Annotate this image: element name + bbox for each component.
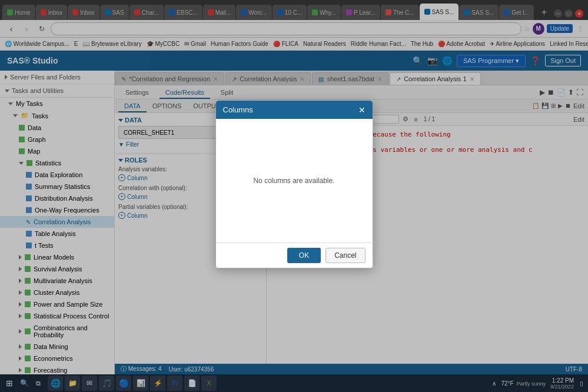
stop-button[interactable]: ⏹ (547, 88, 554, 97)
sidebar-item-spc[interactable]: Statistical Process Control (0, 310, 114, 322)
sidebar-item-cluster[interactable]: Cluster Analysis (0, 287, 114, 298)
browser-tab-home[interactable]: Home (2, 5, 35, 20)
new-code-button[interactable]: 📄 (557, 88, 566, 97)
bookmark-riddle[interactable]: Riddle Human Fact... (351, 41, 406, 47)
browser-tab-mail[interactable]: Mail... (203, 5, 236, 20)
filter-button[interactable]: ▼ Filter (118, 141, 139, 148)
bookmark-hub[interactable]: The Hub (411, 41, 433, 47)
taskbar-app-mail[interactable]: ✉ (82, 376, 97, 391)
bookmark-worldwide[interactable]: 🌐 Worldwide Campus... (5, 41, 69, 47)
taskbar-app-word[interactable]: W (167, 376, 182, 391)
sidebar-item-combinatorics[interactable]: Combinatorics and Probability (0, 322, 114, 341)
back-button[interactable]: ‹ (5, 22, 18, 35)
close-button[interactable]: ✕ (575, 9, 583, 18)
browser-tab-sass-active[interactable]: SAS S... (420, 4, 459, 20)
server-files-section[interactable]: Server Files and Folders (0, 71, 114, 84)
sidebar-item-data-exploration[interactable]: Data Exploration (0, 169, 114, 181)
log-toggle-button[interactable]: 📋 (532, 102, 539, 109)
modal-close-button[interactable]: ✕ (358, 106, 366, 114)
sign-out-button[interactable]: Sign Out (545, 55, 581, 67)
browser-tab-inbox1[interactable]: Inbox (36, 5, 67, 20)
bookmark-flica[interactable]: 🔴 FLICA (273, 41, 298, 47)
sidebar-item-map[interactable]: Map (0, 145, 114, 157)
sidebar-item-data[interactable]: Data (0, 122, 114, 134)
taskbar-app-w2[interactable]: 📊 (133, 376, 148, 391)
taskbar-app-file[interactable]: 📁 (65, 376, 80, 391)
tab-close-icon[interactable]: ✕ (377, 76, 382, 82)
sub-tab-data[interactable]: DATA (118, 101, 147, 112)
search-taskbar-button[interactable]: 🔍 (18, 379, 31, 387)
taskbar-app-chrome[interactable]: 🌐 (48, 376, 63, 391)
browser-tab-ebsc[interactable]: EBSC... (164, 5, 202, 20)
tab-sheet1[interactable]: ▤ sheet1.sas7bdat ✕ (312, 72, 388, 85)
sidebar-item-data-mining[interactable]: Data Mining (0, 341, 114, 353)
sas-camera-button[interactable]: 📷 (427, 56, 437, 65)
sidebar-item-table-analysis[interactable]: Table Analysis (0, 228, 114, 240)
new-tab-button[interactable]: + (539, 7, 549, 18)
forward-button[interactable]: › (20, 22, 33, 35)
start-button[interactable]: ⊞ (4, 378, 15, 388)
bookmark-e1[interactable]: E (74, 41, 78, 47)
sidebar-item-linear-models[interactable]: Linear Models (0, 251, 114, 263)
sidebar-item-my-tasks[interactable]: My Tasks (0, 98, 114, 109)
modal-cancel-button[interactable]: Cancel (325, 248, 365, 263)
code-stop-btn[interactable]: ⏹ (565, 102, 571, 109)
panel-tab-settings[interactable]: Settings (119, 87, 155, 99)
tab-close-icon[interactable]: ✕ (213, 76, 218, 82)
toolbar-edit-btn[interactable]: Edit (573, 116, 584, 123)
taskbar-app-music[interactable]: 🎵 (99, 376, 114, 391)
add-partial-col-button[interactable]: + Column (118, 212, 147, 219)
sidebar-item-one-way[interactable]: One-Way Frequencies (0, 204, 114, 216)
bookmark-adobe[interactable]: 🔴 Adobe Acrobat (438, 41, 485, 47)
code-options-button[interactable]: ⊞ (551, 102, 556, 109)
bookmark-airline[interactable]: ✈ Airline Applications (490, 41, 545, 47)
sas-help-button[interactable]: ❓ (530, 56, 540, 65)
toolbar-btn-8[interactable]: ≡ (412, 115, 419, 124)
sas-programmer-button[interactable]: SAS Programmer ▾ (457, 55, 526, 67)
browser-tab-worc[interactable]: Worc... (236, 5, 271, 20)
tab-close-icon[interactable]: ✕ (300, 76, 304, 82)
minimize-button[interactable]: ─ (554, 9, 562, 18)
browser-tab-why[interactable]: Why... (307, 5, 341, 20)
add-analysis-col-button[interactable]: + Column (118, 174, 147, 181)
maximize-button[interactable]: □ (564, 9, 573, 18)
save-code-button[interactable]: 💾 (542, 102, 549, 109)
browser-tab-gett[interactable]: Get t... (499, 5, 534, 20)
sas-globe-button[interactable]: 🌐 (442, 56, 452, 65)
task-view-button[interactable]: ⧉ (34, 380, 43, 387)
tab-correlation-analysis-1[interactable]: ↗ Correlation Analysis 1 ✕ (390, 72, 480, 85)
sidebar-item-ttests[interactable]: t Tests (0, 240, 114, 251)
sidebar-item-statistics[interactable]: Statistics (0, 157, 114, 169)
sidebar-item-summary-stats[interactable]: Summary Statistics (0, 181, 114, 192)
bookmark-myccbc[interactable]: 🎓 MyCCBC (147, 41, 180, 47)
run-button[interactable]: ▶ (540, 88, 545, 97)
browser-tab-10c[interactable]: 10 C... (273, 5, 307, 20)
sidebar-item-tasks[interactable]: 📁 Tasks (0, 109, 114, 122)
sidebar-item-graph[interactable]: Graph (0, 134, 114, 145)
star-button[interactable]: ☆ (524, 25, 530, 33)
address-bar[interactable]: odamid-usw2.oda.sas.com/SASStudio/main?l… (51, 22, 521, 35)
sidebar-item-distribution[interactable]: Distribution Analysis (0, 192, 114, 204)
sidebar-item-forecasting[interactable]: Forecasting (0, 364, 114, 374)
tab-correlation-regression[interactable]: ✎ *Correlation and Regression ✕ (115, 72, 224, 85)
tab-close-icon[interactable]: ✕ (470, 76, 474, 82)
toolbar-btn-7[interactable]: ⚙ (401, 114, 410, 124)
sidebar-item-econometrics[interactable]: Econometrics (0, 353, 114, 364)
panel-tab-code-results[interactable]: Code/Results (160, 87, 210, 99)
tab-correlation-analysis[interactable]: ↗ Correlation Analysis ✕ (225, 72, 311, 85)
browser-tab-sas1[interactable]: SAS (100, 5, 129, 20)
expand-button[interactable]: ⛶ (576, 88, 583, 97)
browser-tab-char[interactable]: Char... (129, 5, 164, 20)
sub-tab-options[interactable]: OPTIONS (147, 101, 188, 112)
tasks-utilities-section[interactable]: Tasks and Utilities (0, 84, 114, 98)
taskbar-app-pdf[interactable]: 📄 (184, 376, 200, 391)
bookmark-gmail[interactable]: ✉ Gmail (184, 41, 206, 47)
taskbar-app-ie[interactable]: 🔵 (116, 376, 131, 391)
sidebar-item-survival[interactable]: Survival Analysis (0, 263, 114, 275)
taskbar-clock[interactable]: 1:22 PM 9/21/2022 (550, 377, 574, 390)
profile-button[interactable]: M (533, 23, 544, 35)
bookmark-linkedin[interactable]: Linked In Research... (550, 41, 588, 47)
bookmark-hfg[interactable]: Human Factors Guide (211, 41, 268, 47)
modal-ok-button[interactable]: OK (287, 248, 321, 263)
line-number-input[interactable] (370, 115, 399, 124)
